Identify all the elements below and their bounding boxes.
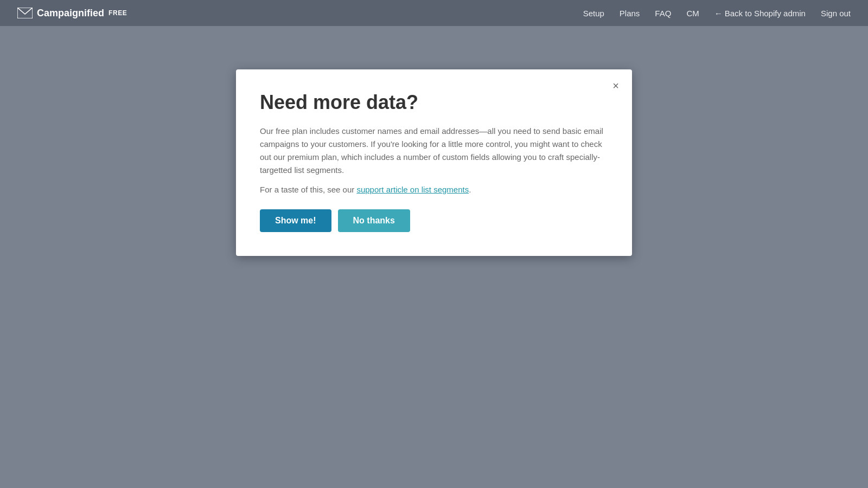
nav-faq[interactable]: FAQ: [655, 9, 671, 18]
content-area: Select a client: Select a client... to S…: [236, 59, 632, 140]
page-background: Select a client: Select a client... to S…: [0, 26, 868, 488]
modal-body: Our free plan includes customer names an…: [260, 125, 608, 196]
support-article-link[interactable]: support article on list segments: [356, 185, 469, 194]
modal-overlay: × Need more data? Our free plan includes…: [236, 59, 632, 140]
free-badge: FREE: [108, 9, 127, 17]
show-me-button[interactable]: Show me!: [260, 209, 331, 232]
modal-paragraph-2: For a taste of this, see our support art…: [260, 183, 608, 196]
modal-dialog: × Need more data? Our free plan includes…: [236, 69, 632, 256]
nav-back-to-shopify[interactable]: ← Back to Shopify admin: [714, 9, 806, 18]
modal-body-prefix: For a taste of this, see our: [260, 185, 354, 194]
modal-title: Need more data?: [260, 91, 608, 114]
no-thanks-button[interactable]: No thanks: [338, 209, 410, 232]
nav-sign-out[interactable]: Sign out: [821, 9, 851, 18]
modal-paragraph-1: Our free plan includes customer names an…: [260, 125, 608, 177]
app-name: Campaignified: [37, 8, 104, 19]
modal-actions: Show me! No thanks: [260, 209, 608, 232]
main-nav: Setup Plans FAQ CM ← Back to Shopify adm…: [583, 9, 851, 18]
app-logo: Campaignified FREE: [17, 8, 127, 19]
nav-cm[interactable]: CM: [686, 9, 699, 18]
back-arrow-icon: ←: [714, 9, 723, 18]
modal-close-button[interactable]: ×: [610, 78, 621, 93]
nav-plans[interactable]: Plans: [620, 9, 640, 18]
nav-setup[interactable]: Setup: [583, 9, 604, 18]
app-header: Campaignified FREE Setup Plans FAQ CM ← …: [0, 0, 868, 26]
modal-body-suffix: .: [469, 185, 471, 194]
logo-icon: [17, 8, 33, 18]
